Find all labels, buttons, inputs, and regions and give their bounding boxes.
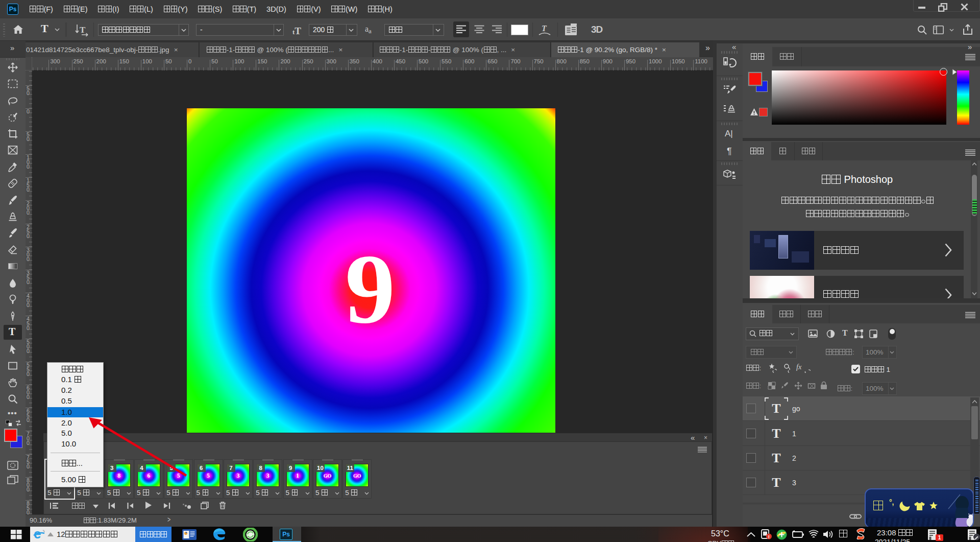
svg-text:!: ! bbox=[768, 534, 770, 539]
svg-text:T: T bbox=[80, 25, 86, 35]
svg-text:T: T bbox=[542, 24, 547, 33]
